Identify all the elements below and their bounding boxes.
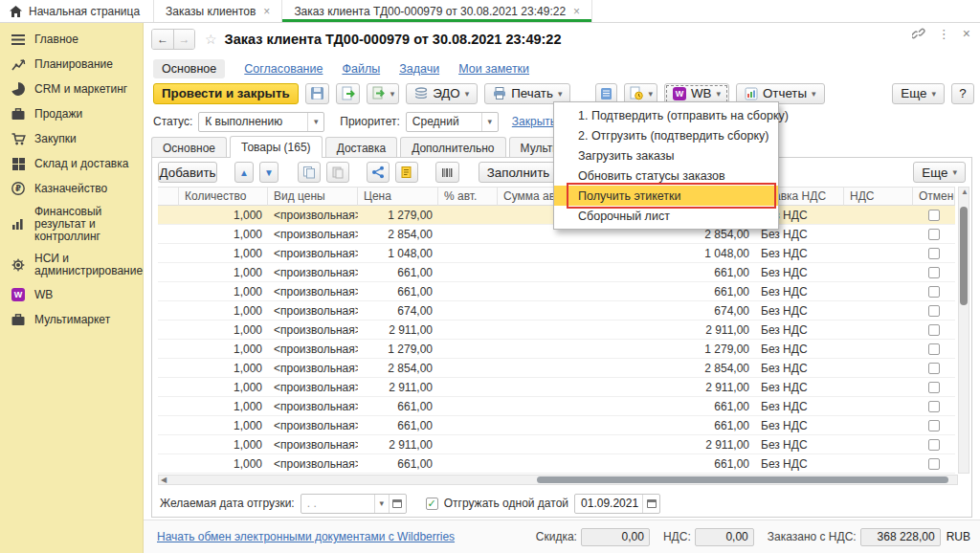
vertical-scrollbar-thumb[interactable] xyxy=(960,207,968,305)
close-document-icon[interactable]: × xyxy=(963,26,970,41)
table-row[interactable]: 1,000<произвольная>2 911,002 911,00Без Н… xyxy=(158,321,955,340)
table-row[interactable]: 1,000<произвольная>2 911,002 911,00Без Н… xyxy=(158,435,955,454)
edi-exchange-link[interactable]: Начать обмен электронными документами с … xyxy=(157,530,455,543)
cell-price_type: <произвольная> xyxy=(268,454,358,474)
cell-vat_rate: Без НДС xyxy=(755,282,844,301)
get-link-icon[interactable] xyxy=(912,27,925,40)
status-select[interactable]: К выполнению ▾ xyxy=(198,112,324,132)
sidebar-item-label: Главное xyxy=(34,33,78,46)
sidebar-item-wb[interactable]: WWB xyxy=(0,282,143,307)
cell-auto_sum xyxy=(498,378,576,397)
close-tab-icon[interactable]: × xyxy=(573,5,580,18)
sidebar-item-crm-и-маркетинг[interactable]: CRM и маркетинг xyxy=(0,77,143,101)
calendar-icon[interactable] xyxy=(642,495,659,513)
sidebar-item-казначейство[interactable]: ₽Казначейство xyxy=(0,176,143,201)
doc-nav-link[interactable]: Основное xyxy=(153,59,225,78)
sidebar-item-главное[interactable]: Главное xyxy=(0,27,143,52)
top-tab[interactable]: Заказ клиента ТД00-000979 от 30.08.2021 … xyxy=(281,0,592,22)
cancelled-checkbox[interactable] xyxy=(928,324,940,336)
barcode-scan-button[interactable] xyxy=(435,162,459,183)
sidebar-item-нси-и-администрирование[interactable]: НСИ и администрирование xyxy=(0,248,143,282)
tab-active[interactable]: Товары (165) xyxy=(230,136,323,158)
more-actions-button[interactable]: Еще ▾ xyxy=(892,83,945,104)
vertical-scrollbar[interactable]: ▲ xyxy=(958,187,969,474)
table-row[interactable]: 1,000<произвольная>661,00661,00Без НДС xyxy=(158,454,955,474)
edo-button[interactable]: ЭДО ▾ xyxy=(406,83,478,104)
back-button[interactable]: ← xyxy=(152,30,173,49)
sidebar-item-мультимаркет[interactable]: Мультимаркет xyxy=(0,307,143,332)
cancelled-checkbox[interactable] xyxy=(928,229,940,240)
cell-marker xyxy=(576,340,657,359)
cancelled-checkbox[interactable] xyxy=(928,210,940,221)
tab-inactive[interactable]: Доставка xyxy=(325,137,398,158)
cancelled-checkbox[interactable] xyxy=(928,458,940,470)
cancelled-checkbox[interactable] xyxy=(928,343,940,355)
table-row[interactable]: 1,000<произвольная>2 854,002 854,00Без Н… xyxy=(158,359,955,378)
help-button[interactable]: ? xyxy=(951,83,974,104)
wb-menu-item[interactable]: Сборочный лист xyxy=(554,206,778,226)
table-row[interactable]: 1,000<произвольная>674,00674,00Без НДС xyxy=(158,301,955,321)
save-button[interactable] xyxy=(305,83,329,104)
scroll-up-icon[interactable]: ▲ xyxy=(959,188,969,196)
cancelled-checkbox[interactable] xyxy=(928,267,940,278)
favorite-star-icon[interactable]: ☆ xyxy=(205,32,217,47)
cancelled-checkbox[interactable] xyxy=(928,248,940,259)
table-row[interactable]: 1,000<произвольная>1 048,001 048,00Без Н… xyxy=(158,244,955,263)
horizontal-scrollbar[interactable]: ◀ xyxy=(158,475,958,485)
wb-menu-item[interactable]: Загрузить заказы xyxy=(554,145,778,166)
post-and-close-button[interactable]: Провести и закрыть xyxy=(153,83,299,104)
cancelled-checkbox[interactable] xyxy=(928,305,940,317)
table-row[interactable]: 1,000<произвольная>661,00661,00Без НДС xyxy=(158,263,955,282)
add-row-button[interactable]: Добавить xyxy=(158,162,217,183)
home-tab[interactable]: Начальная страница xyxy=(0,0,153,22)
sidebar-item-планирование[interactable]: Планирование xyxy=(0,52,143,77)
single-date-checkbox[interactable]: ✓ xyxy=(426,498,438,510)
change-selected-button[interactable] xyxy=(395,162,418,183)
cancelled-checkbox[interactable] xyxy=(928,286,940,298)
post-document-button[interactable] xyxy=(336,83,360,104)
move-row-down-button[interactable]: ▼ xyxy=(259,162,278,183)
close-tab-icon[interactable]: × xyxy=(263,5,270,18)
ship-date-field[interactable]: . . ▾ xyxy=(301,494,407,514)
doc-nav-link[interactable]: Файлы xyxy=(342,62,380,76)
copy-row-button[interactable] xyxy=(298,162,321,183)
table-row[interactable]: 1,000<произвольная>661,00661,00Без НДС xyxy=(158,397,955,416)
cancelled-checkbox[interactable] xyxy=(928,363,940,374)
table-row[interactable]: 1,000<произвольная>1 279,001 279,00Без Н… xyxy=(158,340,955,359)
sidebar-item-продажи[interactable]: Продажи xyxy=(0,101,143,126)
more-menu-icon[interactable]: ⋮ xyxy=(938,27,950,41)
horizontal-scrollbar-thumb[interactable] xyxy=(537,476,948,483)
calendar-icon[interactable] xyxy=(389,495,406,513)
sidebar-item-закупки[interactable]: Закупки xyxy=(0,126,143,151)
top-tab[interactable]: Заказы клиентов× xyxy=(153,0,281,22)
priority-select[interactable]: Средний ▾ xyxy=(406,112,499,132)
paste-row-button[interactable] xyxy=(326,162,349,183)
wb-menu-item[interactable]: Получить этикетки xyxy=(554,186,778,206)
doc-nav-link[interactable]: Мои заметки xyxy=(458,62,529,76)
table-row[interactable]: 1,000<произвольная>661,00661,00Без НДС xyxy=(158,282,955,301)
single-date-field[interactable]: 01.09.2021 xyxy=(574,494,660,514)
wb-menu-item[interactable]: 1. Подтвердить (отправить на сборку) xyxy=(554,105,778,125)
cancelled-checkbox[interactable] xyxy=(928,382,940,393)
table-row[interactable]: 1,000<произвольная>661,00661,00Без НДС xyxy=(158,416,955,435)
wb-menu-item[interactable]: Обновить статусы заказов xyxy=(554,166,778,186)
table-row[interactable]: 1,000<произвольная>2 911,002 911,00Без Н… xyxy=(158,378,955,397)
wb-menu-item[interactable]: 2. Отгрузить (подтвердить сборку) xyxy=(554,125,778,145)
sales-icon xyxy=(10,106,27,122)
tab-inactive[interactable]: Основное xyxy=(151,137,227,158)
scroll-left-icon[interactable]: ◀ xyxy=(159,476,168,484)
tab-inactive[interactable]: Дополнительно xyxy=(400,137,505,158)
doc-nav-link[interactable]: Согласование xyxy=(244,62,323,76)
sidebar-item-финансовый-результат-и-контроллинг[interactable]: Финансовый результат и контроллинг xyxy=(0,201,143,248)
cancelled-checkbox[interactable] xyxy=(928,439,940,451)
cancelled-checkbox[interactable] xyxy=(928,420,940,431)
sidebar-item-склад-и-доставка[interactable]: Склад и доставка xyxy=(0,151,143,176)
forward-button[interactable]: → xyxy=(173,30,194,49)
doc-nav-link[interactable]: Задачи xyxy=(399,62,439,76)
move-row-up-button[interactable]: ▲ xyxy=(234,162,254,183)
share-button[interactable] xyxy=(367,162,390,183)
cell-auto_sum xyxy=(498,454,576,474)
cancelled-checkbox[interactable] xyxy=(928,401,940,412)
table-more-button[interactable]: Еще ▾ xyxy=(913,162,966,183)
create-based-on-button[interactable]: ▾ xyxy=(367,83,400,104)
